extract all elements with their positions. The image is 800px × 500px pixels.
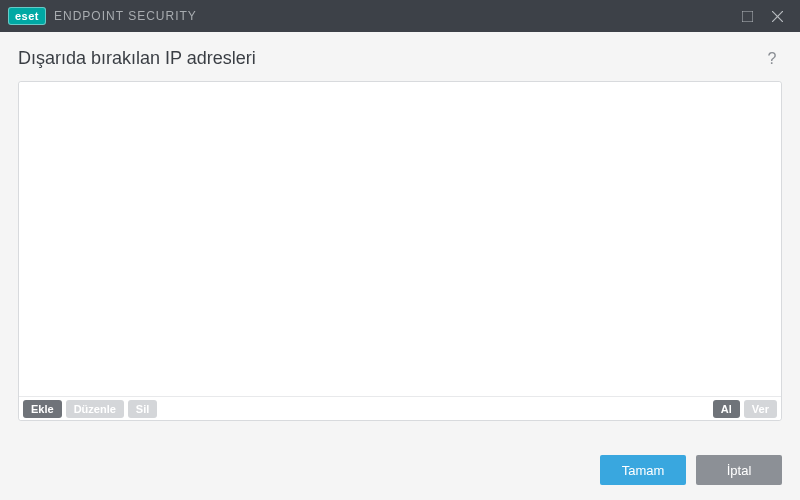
ip-address-list[interactable] — [19, 82, 781, 396]
ip-list-panel: Ekle Düzenle Sil Al Ver — [18, 81, 782, 421]
app-title: ENDPOINT SECURITY — [54, 9, 197, 23]
titlebar: eset ENDPOINT SECURITY — [0, 0, 800, 32]
delete-button: Sil — [128, 400, 157, 418]
svg-rect-0 — [742, 11, 753, 22]
page-title: Dışarıda bırakılan IP adresleri — [18, 48, 762, 69]
edit-button: Düzenle — [66, 400, 124, 418]
import-button[interactable]: Al — [713, 400, 740, 418]
close-icon — [772, 11, 783, 22]
list-toolbar: Ekle Düzenle Sil Al Ver — [19, 396, 781, 420]
help-button[interactable]: ? — [762, 50, 782, 68]
minimize-button[interactable] — [732, 0, 762, 32]
eset-logo: eset — [8, 7, 46, 25]
ok-button[interactable]: Tamam — [600, 455, 686, 485]
minimize-icon — [742, 11, 753, 22]
export-button: Ver — [744, 400, 777, 418]
dialog-footer: Tamam İptal — [0, 439, 800, 485]
close-button[interactable] — [762, 0, 792, 32]
cancel-button[interactable]: İptal — [696, 455, 782, 485]
add-button[interactable]: Ekle — [23, 400, 62, 418]
